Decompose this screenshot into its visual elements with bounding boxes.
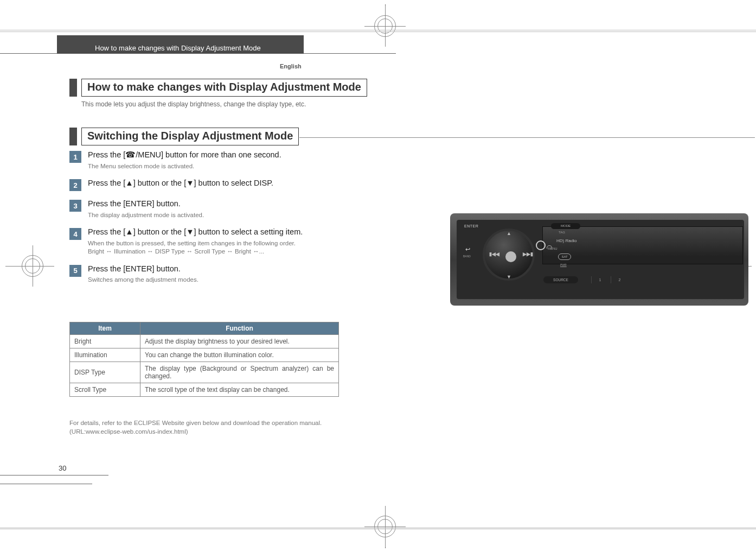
step-1: 1 Press the [☎/MENU] button for more tha… — [69, 150, 341, 170]
cell-item: DISP Type — [70, 362, 140, 383]
table-header-item: Item — [70, 322, 140, 335]
step-number: 2 — [69, 179, 81, 191]
step-desc: When the button is pressed, the setting … — [88, 239, 341, 256]
step-title: Press the [ENTER] button. — [88, 264, 341, 275]
step-number: 5 — [69, 265, 81, 277]
table-row: DISP Type The display type (Background o… — [70, 362, 339, 383]
step-5: 5 Press the [ENTER] button. Switches amo… — [69, 264, 341, 284]
page-frame-line — [0, 31, 756, 32]
back-icon: ↩ — [465, 246, 470, 253]
step-desc: The display adjustment mode is activated… — [88, 211, 341, 220]
heading-accent-bar — [69, 79, 77, 97]
section-heading-2: Switching the Display Adjustment Mode — [69, 128, 299, 145]
cell-item: Illumination — [70, 348, 140, 362]
step-desc: Switches among the adjustment modes. — [88, 276, 341, 284]
dial-up-icon: ▲ — [507, 231, 511, 236]
cell-function: You can change the button illumination c… — [140, 348, 339, 362]
cell-function: Adjust the display brightness to your de… — [140, 335, 339, 348]
page-frame-line — [0, 528, 756, 528]
table-row: Scroll Type The scroll type of the text … — [70, 383, 339, 397]
device-screen — [542, 226, 743, 264]
page-number: 30 — [59, 464, 66, 472]
footnote: For details, refer to the ECLIPSE Websit… — [69, 419, 341, 436]
source-button: SOURCE — [543, 276, 578, 283]
footnote-line2: (URL:www.eclipse-web.com/us-index.html) — [69, 428, 188, 435]
dial-prev-icon: ▮◀◀ — [489, 251, 499, 257]
cell-item: Scroll Type — [70, 383, 140, 397]
dial-next-icon: ▶▶▮ — [523, 251, 533, 257]
cell-item: Bright — [70, 335, 140, 348]
mode-button: MODE — [551, 223, 580, 229]
step-title: Press the [▲] button or the [▼] button t… — [88, 178, 341, 189]
chapter-header: How to make changes with Display Adjustm… — [57, 35, 304, 54]
cell-function: The display type (Background or Spectrum… — [140, 362, 339, 383]
tag-label: TAG — [559, 231, 565, 234]
footnote-line1: For details, refer to the ECLIPSE Websit… — [69, 420, 322, 426]
step-title: Press the [☎/MENU] button for more than … — [88, 150, 341, 161]
settings-table: Item Function Bright Adjust the display … — [69, 322, 339, 397]
step-title: Press the [▲] button or the [▼] button t… — [88, 227, 341, 238]
hd-radio-label: HD) Radio — [556, 238, 576, 243]
step-number: 4 — [69, 228, 81, 240]
heading-rule — [299, 137, 755, 138]
table-row: Illumination You can change the button i… — [70, 348, 339, 362]
cell-function: The scroll type of the text display can … — [140, 383, 339, 397]
heading-text: How to make changes with Display Adjustm… — [81, 79, 367, 97]
dial-down-icon: ▼ — [507, 274, 511, 280]
step-title: Press the [ENTER] button. — [88, 199, 341, 210]
step-number: 3 — [69, 200, 81, 212]
chapter-title: How to make changes with Display Adjustm… — [95, 44, 261, 52]
footer-rule — [0, 484, 92, 484]
step-desc: The Menu selection mode is activated. — [88, 162, 341, 171]
language-label: English — [280, 63, 302, 69]
footer-rule — [0, 475, 108, 475]
menu-label: MENU — [548, 247, 558, 250]
heading-text: Switching the Display Adjustment Mode — [81, 128, 299, 145]
step-3: 3 Press the [ENTER] button. The display … — [69, 199, 341, 219]
table-header-function: Function — [140, 322, 339, 335]
pwr-label: PWR — [560, 263, 567, 267]
device-knob — [536, 240, 546, 250]
sat-label: SAT — [558, 253, 571, 260]
preset-button-2: 2 — [611, 276, 628, 283]
enter-label: ENTER — [464, 224, 478, 228]
heading-accent-bar — [69, 128, 77, 145]
step-number: 1 — [69, 151, 81, 163]
section-heading-1: How to make changes with Display Adjustm… — [69, 79, 367, 97]
steps-list: 1 Press the [☎/MENU] button for more tha… — [69, 150, 341, 292]
step-4: 4 Press the [▲] button or the [▼] button… — [69, 227, 341, 256]
table-row: Bright Adjust the display brightness to … — [70, 335, 339, 348]
device-illustration: ▲ ▼ ▮◀◀ ▶▶▮ ENTER MODE TAG HD) Radio MEN… — [450, 213, 748, 306]
band-label: BAND — [463, 255, 471, 258]
step-2: 2 Press the [▲] button or the [▼] button… — [69, 178, 341, 191]
preset-button-1: 1 — [591, 276, 608, 283]
section-lead-text: This mode lets you adjust the display br… — [81, 100, 306, 108]
